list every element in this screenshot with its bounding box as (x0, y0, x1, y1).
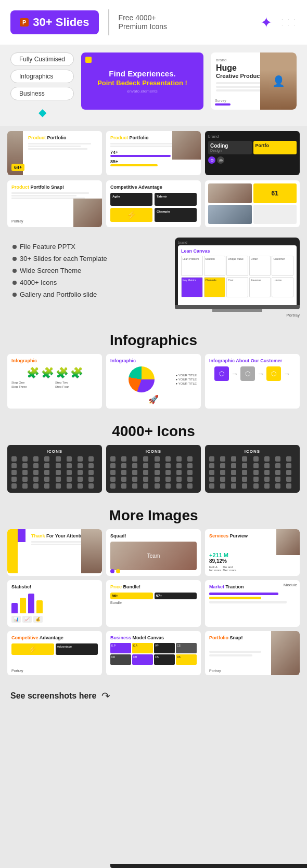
pie-legend: ● YOUR TITLE ● YOUR TITLE ● YOUR TITLE (176, 374, 197, 385)
dot (88, 470, 94, 475)
dot (155, 456, 160, 462)
dot (176, 463, 182, 468)
market-bar-1 (209, 593, 278, 595)
stat-percent: 89,12% (209, 558, 296, 564)
tag-infographics[interactable]: Infographics (10, 70, 74, 83)
dot (11, 470, 17, 475)
dot (264, 483, 270, 489)
step-3: Step Three (11, 385, 54, 388)
dot (56, 470, 61, 475)
dot (187, 463, 193, 468)
dot (275, 470, 280, 475)
dot (264, 477, 270, 482)
puzzle-piece-3: 🧩 (56, 366, 69, 379)
p-line-2 (209, 654, 252, 656)
dot (165, 483, 171, 489)
bundle-label: Bundle (110, 601, 197, 604)
lightning-symbol: ⚡ (112, 210, 150, 220)
dot (165, 477, 171, 482)
canvas-cell-4: CS (176, 643, 197, 653)
puzzle-piece-1: 🧩 (27, 366, 40, 379)
market-bar-3 (209, 601, 287, 603)
step-labels: Step One Step Two Step Three Step Four (11, 381, 98, 388)
dot (242, 477, 247, 482)
dot (121, 463, 126, 468)
icon-row: ⚙ ◎ (208, 156, 297, 164)
icons-card-3: ICONS (205, 445, 300, 493)
stat-85: 85+ (110, 159, 197, 164)
product-portfolio-card-1: Product Portfolio 64+ (7, 131, 102, 175)
snap-lines (11, 192, 98, 199)
dot (176, 456, 182, 462)
canvas-grid: K.P K.A VP CS CR CH CS RS (110, 643, 197, 665)
dot (44, 483, 49, 489)
tag-fully-customised[interactable]: Fully Custimised (10, 52, 74, 66)
cell-8: Cost (226, 277, 248, 297)
features-list: File Feature PPTX 30+ Slides for each Te… (7, 238, 169, 308)
card-brand: brand (208, 134, 297, 139)
dot (176, 483, 182, 489)
icons-label-2: ICONS (110, 449, 197, 454)
tag-business[interactable]: Business (10, 87, 74, 100)
dot (67, 456, 72, 462)
more-images-row1: Thank For Your Attention Squad! Team Ser… (0, 529, 307, 580)
tags-list: Fully Custimised Infographics Business ◆ (10, 52, 74, 119)
laptop-wrapper: brand Lean Canvas Lean Problem Solution … (175, 238, 300, 312)
dot (44, 470, 49, 475)
feature-label-5: Gallery and Portfolio slide (20, 291, 97, 298)
label-2: Do andDec more (223, 565, 236, 572)
dot (78, 456, 83, 462)
dot (253, 483, 259, 489)
market-title: Market Traction (209, 584, 296, 590)
comp-dark-box: Advantage (56, 643, 98, 655)
feature-label-1: File Feature PPTX (20, 243, 75, 251)
arrow-deco: ↷ (101, 690, 110, 702)
feature-icons: 4000+ Icons (12, 279, 163, 286)
market-bars (209, 593, 296, 603)
features-and-laptop: File Feature PPTX 30+ Slides for each Te… (0, 232, 307, 323)
comp-box-4: Champio (155, 208, 197, 222)
cell-4: Unfair (249, 256, 271, 276)
dot (110, 463, 116, 468)
dot (11, 477, 17, 482)
stat-value-2: Portfo (255, 143, 295, 148)
person-photo: 👤 (260, 52, 297, 110)
slides-count: 30+ Slides (33, 16, 89, 29)
dot (231, 456, 236, 462)
feature-label-3: Wide Screen Theme (20, 267, 81, 274)
comp-box-2: Talentr (155, 193, 197, 206)
dot (22, 463, 28, 468)
main-slide-subtitle: Point Bedeck Presentation ! (97, 79, 187, 87)
dot (242, 456, 247, 462)
icon-circle: ⚙ (208, 156, 215, 164)
stat-label-1: Design (210, 149, 250, 152)
laptop-base (175, 305, 300, 309)
infographic-title-2: Infographic (110, 358, 197, 363)
cell-9: Revenue (249, 277, 271, 297)
dot (275, 483, 280, 489)
step-4: Step Four (55, 385, 98, 388)
bar-4 (36, 600, 43, 613)
competitive-grid: ⚡ Advantage (11, 643, 98, 655)
laptop-preview: brand Lean Canvas Lean Problem Solution … (175, 238, 300, 318)
laptop-url: Portray (175, 313, 300, 318)
dot (209, 463, 214, 468)
dot (242, 470, 247, 475)
card-title: Product Portfolio (28, 135, 98, 141)
arrow-right-3: → (283, 370, 290, 378)
portfolio-snap-card-2: Portfolio Snap! Portray (205, 631, 300, 675)
ppt-icon: P (20, 18, 29, 27)
photo-3 (253, 205, 297, 225)
dot (44, 477, 49, 482)
cell-7: Channels (204, 277, 226, 297)
dot (231, 477, 236, 482)
infographic-customer: Infographic About Our Customer ⬡ → ⬡ → ⬡… (205, 354, 300, 409)
puzzle-piece-2: 🧩 (41, 366, 54, 379)
dot (286, 470, 291, 475)
product-portfolio-card-2: Product Portfolio 74+ 85+ (106, 131, 201, 175)
canvas-title: Business Model Canvas (110, 635, 197, 641)
dot (220, 483, 225, 489)
screen-content: Lean Canvas Lean Problem Solution Unique… (178, 245, 297, 305)
dot (220, 470, 225, 475)
dot (143, 470, 148, 475)
